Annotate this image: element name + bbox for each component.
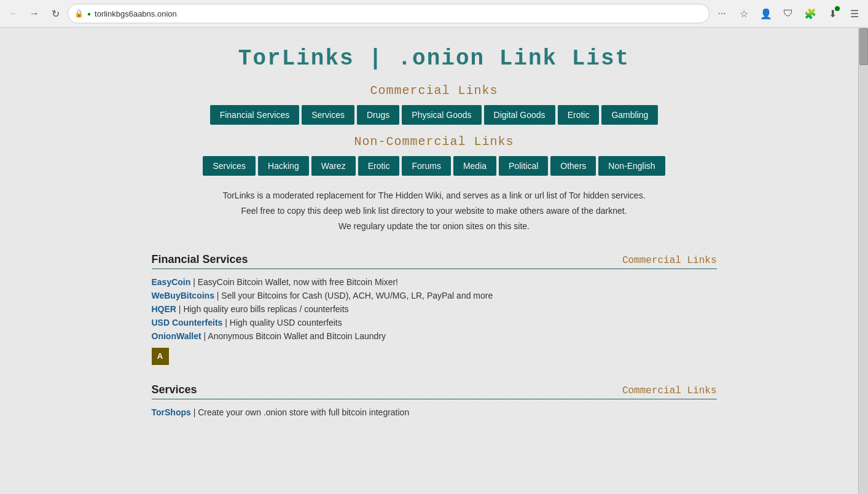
financial-services-label: Commercial Links: [622, 255, 717, 266]
address-bar[interactable]: 🔒 ●: [68, 4, 710, 23]
list-item: TorShops | Create your own .onion store …: [152, 406, 717, 419]
nav-nc-hacking[interactable]: Hacking: [258, 156, 309, 176]
usd-counterfeits-desc: | High quality USD counterfeits: [225, 318, 342, 327]
reload-button[interactable]: ↻: [47, 5, 64, 22]
financial-services-header: Financial Services Commercial Links: [152, 253, 717, 269]
desc-line-1: TorLinks is a moderated replacement for …: [222, 190, 645, 200]
shield-button[interactable]: 🛡: [780, 5, 797, 22]
onion-indicator: ●: [87, 10, 91, 17]
url-input[interactable]: [95, 9, 703, 18]
list-item: EasyCoin | EasyCoin Bitcoin Wallet, now …: [152, 275, 717, 289]
site-description: TorLinks is a moderated replacement for …: [152, 188, 717, 235]
easycoin-desc: | EasyCoin Bitcoin Wallet, now with free…: [193, 277, 398, 287]
financial-services-list: EasyCoin | EasyCoin Bitcoin Wallet, now …: [152, 275, 717, 343]
nav-services[interactable]: Services: [302, 105, 354, 125]
list-item: WeBuyBitcoins | Sell your Bitcoins for C…: [152, 289, 717, 302]
page-content: TorLinks | .onion Link List Commercial L…: [133, 34, 735, 488]
desc-line-3: We regulary update the tor onion sites o…: [338, 221, 530, 231]
list-item: USD Counterfeits | High quality USD coun…: [152, 316, 717, 329]
list-item: OnionWallet | Anonymous Bitcoin Wallet a…: [152, 329, 717, 343]
torshops-link[interactable]: TorShops: [152, 407, 191, 417]
services-title: Services: [152, 383, 197, 396]
nav-drugs[interactable]: Drugs: [357, 105, 399, 125]
usd-counterfeits-link[interactable]: USD Counterfeits: [152, 318, 223, 327]
menu-dots-button[interactable]: ···: [713, 5, 730, 22]
scrollbar[interactable]: [858, 28, 868, 494]
bookmark-button[interactable]: ☆: [735, 5, 753, 22]
financial-services-title: Financial Services: [152, 253, 248, 266]
forward-button[interactable]: →: [26, 5, 43, 22]
nav-erotic[interactable]: Erotic: [558, 105, 600, 125]
noncommercial-heading: Non-Commercial Links: [152, 135, 717, 149]
services-list: TorShops | Create your own .onion store …: [152, 406, 717, 419]
nav-nc-others[interactable]: Others: [550, 156, 596, 176]
nav-digital-goods[interactable]: Digital Goods: [484, 105, 555, 125]
services-label: Commercial Links: [622, 385, 717, 396]
hqer-link[interactable]: HQER: [152, 304, 176, 314]
browser-toolbar: ← → ↻ 🔒 ● ··· ☆ 👤 🛡 🧩 ⬇ ☰: [0, 0, 868, 28]
webuybitcoins-link[interactable]: WeBuyBitcoins: [152, 291, 214, 300]
nav-nc-erotic[interactable]: Erotic: [358, 156, 400, 176]
advertise-button[interactable]: A: [152, 348, 169, 365]
services-section: Services Commercial Links TorShops | Cre…: [152, 383, 717, 419]
nav-nc-forums[interactable]: Forums: [402, 156, 450, 176]
site-title: TorLinks | .onion Link List: [152, 46, 717, 71]
commercial-nav: Financial Services Services Drugs Physic…: [152, 105, 717, 125]
nav-nc-media[interactable]: Media: [453, 156, 496, 176]
profile-button[interactable]: 👤: [757, 5, 775, 22]
toolbar-right: ··· ☆ 👤 🛡 🧩 ⬇ ☰: [713, 5, 863, 22]
security-icon: 🔒: [74, 9, 84, 18]
nav-nc-political[interactable]: Political: [499, 156, 548, 176]
financial-services-section: Financial Services Commercial Links Easy…: [152, 253, 717, 365]
scrollbar-thumb[interactable]: [859, 28, 868, 65]
nav-financial-services[interactable]: Financial Services: [210, 105, 300, 125]
nav-nc-services[interactable]: Services: [203, 156, 256, 176]
nav-gambling[interactable]: Gambling: [601, 105, 658, 125]
noncommercial-nav: Services Hacking Warez Erotic Forums Med…: [152, 156, 717, 176]
nav-physical-goods[interactable]: Physical Goods: [402, 105, 481, 125]
list-item: HQER | High quality euro bills replicas …: [152, 302, 717, 316]
hqer-desc: | High quality euro bills replicas / cou…: [179, 304, 349, 314]
nav-nc-non-english[interactable]: Non-English: [598, 156, 665, 176]
browser-window: ← → ↻ 🔒 ● ··· ☆ 👤 🛡 🧩 ⬇ ☰ TorLinks | .on…: [0, 0, 868, 494]
page-area: TorLinks | .onion Link List Commercial L…: [0, 28, 868, 494]
torshops-desc: | Create your own .onion store with full…: [194, 407, 410, 417]
back-button[interactable]: ←: [5, 5, 22, 22]
hamburger-menu-button[interactable]: ☰: [846, 5, 863, 22]
extensions-button[interactable]: 🧩: [802, 5, 819, 22]
commercial-heading: Commercial Links: [152, 84, 717, 98]
services-header: Services Commercial Links: [152, 383, 717, 399]
easycoin-link[interactable]: EasyCoin: [152, 277, 191, 287]
webuybitcoins-desc: | Sell your Bitcoins for Cash (USD), ACH…: [217, 291, 493, 300]
nav-nc-warez[interactable]: Warez: [311, 156, 356, 176]
onionwallet-link[interactable]: OnionWallet: [152, 331, 201, 341]
onionwallet-desc: | Anonymous Bitcoin Wallet and Bitcoin L…: [204, 331, 386, 341]
desc-line-2: Feel free to copy this deep web link lis…: [241, 206, 627, 216]
download-badge: [835, 6, 840, 11]
